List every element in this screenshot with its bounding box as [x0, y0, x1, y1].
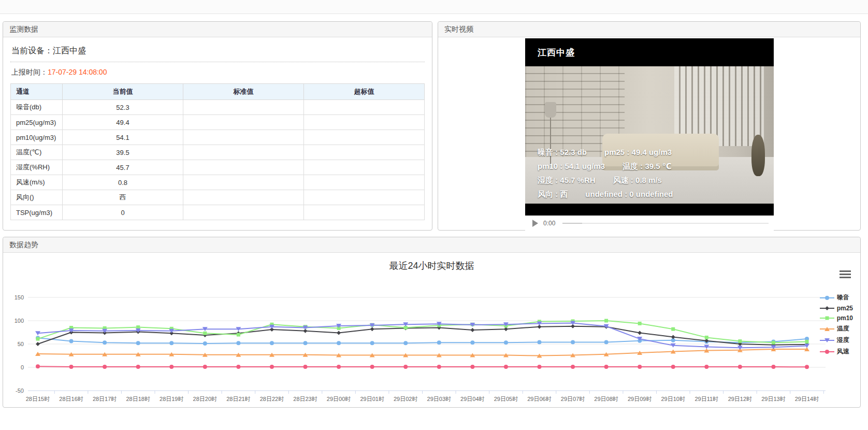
standard-value-cell: [183, 205, 304, 220]
svg-text:29日07时: 29日07时: [561, 396, 585, 402]
column-header: 标准值: [183, 84, 304, 100]
legend-label: pm10: [837, 314, 853, 322]
legend-marker-icon: [820, 315, 834, 321]
legend-item-风速[interactable]: 风速: [820, 347, 853, 356]
legend-item-pm10[interactable]: pm10: [820, 314, 853, 322]
legend-label: pm25: [837, 305, 853, 312]
legend-item-湿度[interactable]: 湿度: [820, 336, 853, 345]
overlay-reading: 风向 : 西: [538, 190, 568, 198]
legend-marker-icon: [820, 295, 834, 301]
video-bottombar: [525, 204, 774, 216]
current-value-cell: 0: [63, 205, 183, 220]
video-player: 江西中盛 噪音 : 52.3 dbpm25 : 49.4 ug/m3pm10 :…: [525, 38, 774, 231]
svg-text:29日02时: 29日02时: [394, 396, 417, 402]
monitor-panel-body: 当前设备：江西中盛 上报时间：17-07-29 14:08:00 通道当前值标准…: [3, 37, 432, 225]
overlay-reading: pm25 : 49.4 ug/m3: [604, 148, 672, 156]
channel-cell: 风向(): [11, 190, 63, 205]
overlay-reading: undefined : 0 undefined: [585, 190, 673, 198]
svg-text:29日01时: 29日01时: [360, 396, 384, 402]
standard-value-cell: [183, 160, 304, 175]
video-progress-buffer: [562, 223, 582, 224]
chart-title: 最近24小时实时数据: [3, 253, 860, 272]
standard-value-cell: [183, 190, 304, 205]
svg-text:28日15时: 28日15时: [26, 396, 50, 402]
current-value-cell: 西: [63, 190, 183, 205]
report-time-label: 上报时间：: [11, 68, 48, 76]
svg-text:29日09时: 29日09时: [628, 396, 652, 402]
svg-text:-50: -50: [16, 388, 24, 394]
overlay-reading: 噪音 : 52.3 db: [538, 148, 587, 156]
standard-value-cell: [183, 115, 304, 130]
table-row: pm10(ug/m3)54.1: [11, 130, 425, 145]
video-overlay-line: pm10 : 54.1 ug/m3温度 : 39.5 ℃: [538, 159, 673, 173]
svg-text:150: 150: [15, 294, 24, 300]
svg-text:29日04时: 29日04时: [460, 396, 484, 402]
svg-text:50: 50: [18, 341, 24, 347]
video-overlay-line: 风向 : 西undefined : 0 undefined: [538, 187, 673, 201]
svg-text:28日17时: 28日17时: [93, 396, 117, 402]
legend-item-噪音[interactable]: 噪音: [820, 293, 853, 302]
current-value-cell: 45.7: [63, 160, 183, 175]
vase: [751, 135, 765, 176]
channel-cell: 风速(m/s): [11, 175, 63, 190]
svg-text:28日21时: 28日21时: [226, 396, 250, 402]
channel-cell: 湿度(%RH): [11, 160, 63, 175]
svg-text:29日12时: 29日12时: [728, 396, 752, 402]
legend-item-pm25[interactable]: pm25: [820, 305, 853, 312]
standard-value-cell: [183, 175, 304, 190]
svg-text:29日00时: 29日00时: [327, 396, 351, 402]
svg-text:28日18时: 28日18时: [126, 396, 150, 402]
channel-cell: pm10(ug/m3): [11, 130, 63, 145]
table-row: 温度(℃)39.5: [11, 145, 425, 160]
legend-label: 风速: [837, 347, 849, 356]
legend-label: 噪音: [837, 293, 849, 302]
table-row: pm25(ug/m3)49.4: [11, 115, 425, 130]
video-sensor-overlay: 噪音 : 52.3 dbpm25 : 49.4 ug/m3pm10 : 54.1…: [538, 145, 673, 201]
standard-value-cell: [183, 100, 304, 115]
video-caption: 江西中盛: [538, 47, 575, 59]
table-row: 噪音(db)52.3: [11, 100, 425, 115]
table-row: 风速(m/s)0.8: [11, 175, 425, 190]
monitor-table-header-row: 通道当前值标准值超标值: [11, 84, 425, 100]
current-value-cell: 49.4: [63, 115, 183, 130]
svg-text:28日19时: 28日19时: [160, 396, 183, 402]
top-bar: [0, 0, 868, 14]
exceed-value-cell: [304, 160, 425, 175]
column-header: 通道: [11, 84, 63, 100]
svg-text:29日06时: 29日06时: [527, 396, 551, 402]
chart-container: 最近24小时实时数据 150100500-5028日15时28日16时28日17…: [3, 253, 860, 407]
svg-text:29日13时: 29日13时: [761, 396, 785, 402]
svg-text:29日11时: 29日11时: [695, 396, 718, 402]
table-row: 湿度(%RH)45.7: [11, 160, 425, 175]
legend-item-温度[interactable]: 温度: [820, 324, 853, 333]
channel-cell: TSP(ug/m3): [11, 205, 63, 220]
channel-cell: 温度(℃): [11, 145, 63, 160]
current-value-cell: 52.3: [63, 100, 183, 115]
table-row: 风向()西: [11, 190, 425, 205]
trend-panel-title: 数据趋势: [3, 237, 860, 253]
exceed-value-cell: [304, 100, 425, 115]
channel-cell: pm25(ug/m3): [11, 115, 63, 130]
column-header: 超标值: [304, 84, 425, 100]
overlay-reading: pm10 : 54.1 ug/m3: [538, 162, 605, 170]
svg-text:100: 100: [15, 318, 24, 324]
overlay-reading: 温度 : 39.5 ℃: [623, 162, 672, 170]
legend-label: 温度: [837, 324, 849, 333]
monitor-table: 通道当前值标准值超标值 噪音(db)52.3pm25(ug/m3)49.4pm1…: [10, 83, 425, 220]
play-icon[interactable]: [532, 220, 538, 227]
standard-value-cell: [183, 130, 304, 145]
lamp-shade: [545, 102, 556, 118]
video-panel-title: 实时视频: [438, 22, 860, 37]
monitor-panel-title: 监测数据: [3, 22, 432, 37]
trend-line-chart: 150100500-5028日15时28日16时28日17时28日18时28日1…: [3, 279, 860, 407]
table-row: TSP(ug/m3)0: [11, 205, 425, 220]
svg-text:29日08时: 29日08时: [594, 396, 618, 402]
video-progress-bar[interactable]: [562, 223, 769, 224]
legend-marker-icon: [820, 337, 834, 343]
current-value-cell: 54.1: [63, 130, 183, 145]
legend-marker-icon: [820, 349, 834, 355]
current-value-cell: 39.5: [63, 145, 183, 160]
legend-marker-icon: [820, 305, 834, 311]
video-controls: 0:00: [525, 216, 774, 231]
exceed-value-cell: [304, 190, 425, 205]
